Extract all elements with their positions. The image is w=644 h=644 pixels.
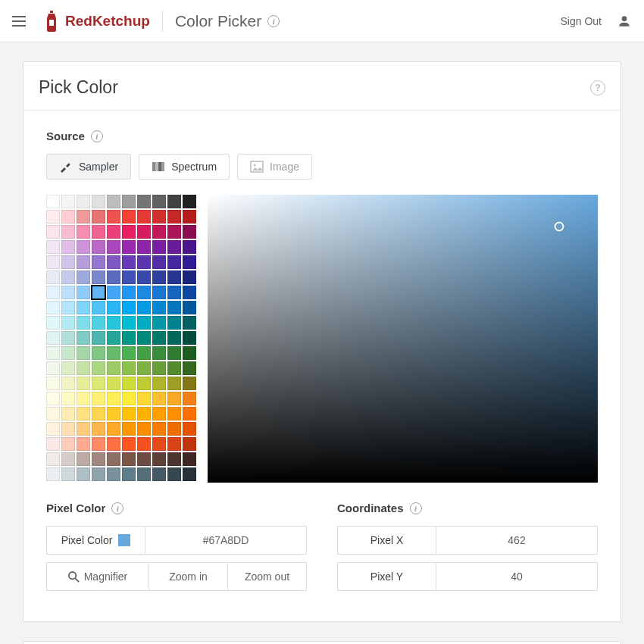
color-swatch[interactable] [46, 255, 60, 269]
zoom-out-button[interactable]: Zoom out [228, 562, 307, 591]
color-swatch[interactable] [183, 301, 196, 314]
color-swatch[interactable] [137, 377, 151, 390]
color-swatch[interactable] [61, 361, 75, 375]
color-swatch[interactable] [122, 316, 136, 330]
spectrum-button[interactable]: Spectrum [139, 154, 230, 180]
color-swatch[interactable] [122, 392, 136, 405]
color-swatch[interactable] [183, 316, 196, 330]
color-swatch[interactable] [61, 195, 75, 208]
color-swatch[interactable] [46, 422, 60, 436]
color-swatch[interactable] [137, 316, 151, 330]
color-swatch[interactable] [77, 316, 90, 330]
pixel-color-hex[interactable]: #67A8DD [145, 526, 307, 555]
color-swatch[interactable] [107, 331, 120, 345]
color-swatch[interactable] [46, 301, 60, 314]
color-swatch[interactable] [137, 255, 151, 269]
color-swatch[interactable] [92, 225, 105, 239]
color-swatch[interactable] [77, 195, 90, 208]
color-swatch[interactable] [137, 301, 151, 314]
color-swatch[interactable] [77, 361, 90, 375]
color-swatch[interactable] [107, 467, 120, 481]
color-swatch[interactable] [61, 210, 75, 224]
color-swatch[interactable] [167, 210, 181, 224]
color-swatch[interactable] [137, 437, 151, 451]
color-swatch[interactable] [137, 467, 151, 481]
color-swatch[interactable] [152, 240, 166, 254]
color-swatch[interactable] [77, 225, 90, 239]
color-swatch[interactable] [183, 422, 196, 436]
color-swatch[interactable] [152, 210, 166, 224]
color-swatch[interactable] [167, 270, 181, 284]
color-swatch[interactable] [92, 210, 105, 224]
color-swatch[interactable] [122, 377, 136, 390]
color-swatch[interactable] [61, 377, 75, 390]
color-swatch[interactable] [122, 467, 136, 481]
color-swatch[interactable] [183, 195, 196, 208]
color-swatch[interactable] [137, 452, 151, 466]
sign-out-link[interactable]: Sign Out [561, 15, 602, 27]
color-swatch[interactable] [46, 452, 60, 466]
color-swatch[interactable] [92, 286, 105, 299]
info-icon[interactable]: i [267, 15, 280, 27]
color-swatch[interactable] [92, 422, 105, 436]
color-swatch[interactable] [137, 392, 151, 405]
color-swatch[interactable] [167, 225, 181, 239]
color-swatch[interactable] [167, 240, 181, 254]
color-swatch[interactable] [122, 301, 136, 314]
color-swatch[interactable] [152, 422, 166, 436]
color-swatch[interactable] [46, 286, 60, 299]
color-swatch[interactable] [183, 240, 196, 254]
color-swatch[interactable] [122, 240, 136, 254]
gradient-canvas[interactable] [208, 195, 598, 483]
color-swatch[interactable] [152, 301, 166, 314]
color-swatch[interactable] [122, 422, 136, 436]
color-swatch[interactable] [152, 270, 166, 284]
color-swatch[interactable] [183, 286, 196, 299]
color-swatch[interactable] [77, 407, 90, 420]
color-swatch[interactable] [122, 452, 136, 466]
color-swatch[interactable] [46, 392, 60, 405]
color-swatch[interactable] [77, 210, 90, 224]
color-swatch[interactable] [167, 377, 181, 390]
color-swatch[interactable] [152, 467, 166, 481]
pixel-x-value[interactable]: 462 [436, 526, 598, 555]
color-swatch[interactable] [46, 346, 60, 360]
color-swatch[interactable] [92, 316, 105, 330]
color-swatch[interactable] [167, 255, 181, 269]
color-swatch[interactable] [122, 210, 136, 224]
color-swatch[interactable] [77, 392, 90, 405]
color-swatch[interactable] [77, 255, 90, 269]
color-swatch[interactable] [107, 377, 120, 390]
color-swatch[interactable] [107, 316, 120, 330]
sampler-button[interactable]: Sampler [46, 154, 131, 180]
info-icon[interactable]: i [111, 502, 123, 514]
color-swatch[interactable] [167, 286, 181, 299]
color-swatch[interactable] [46, 316, 60, 330]
color-swatch[interactable] [107, 346, 120, 360]
color-swatch[interactable] [183, 392, 196, 405]
color-swatch[interactable] [152, 255, 166, 269]
color-swatch[interactable] [77, 467, 90, 481]
color-swatch[interactable] [152, 346, 166, 360]
color-swatch[interactable] [152, 377, 166, 390]
color-swatch[interactable] [61, 346, 75, 360]
color-swatch[interactable] [61, 240, 75, 254]
color-swatch[interactable] [183, 407, 196, 420]
color-swatch[interactable] [137, 331, 151, 345]
color-swatch[interactable] [137, 195, 151, 208]
color-swatch[interactable] [183, 210, 196, 224]
color-swatch[interactable] [46, 225, 60, 239]
color-swatch[interactable] [92, 301, 105, 314]
color-swatch[interactable] [61, 467, 75, 481]
color-swatch[interactable] [107, 437, 120, 451]
color-swatch[interactable] [46, 331, 60, 345]
color-swatch[interactable] [92, 331, 105, 345]
color-swatch[interactable] [77, 452, 90, 466]
color-swatch[interactable] [77, 270, 90, 284]
color-swatch[interactable] [122, 255, 136, 269]
color-swatch[interactable] [61, 437, 75, 451]
color-swatch[interactable] [46, 210, 60, 224]
color-swatch[interactable] [137, 407, 151, 420]
image-button[interactable]: Image [237, 154, 312, 180]
color-swatch[interactable] [61, 422, 75, 436]
